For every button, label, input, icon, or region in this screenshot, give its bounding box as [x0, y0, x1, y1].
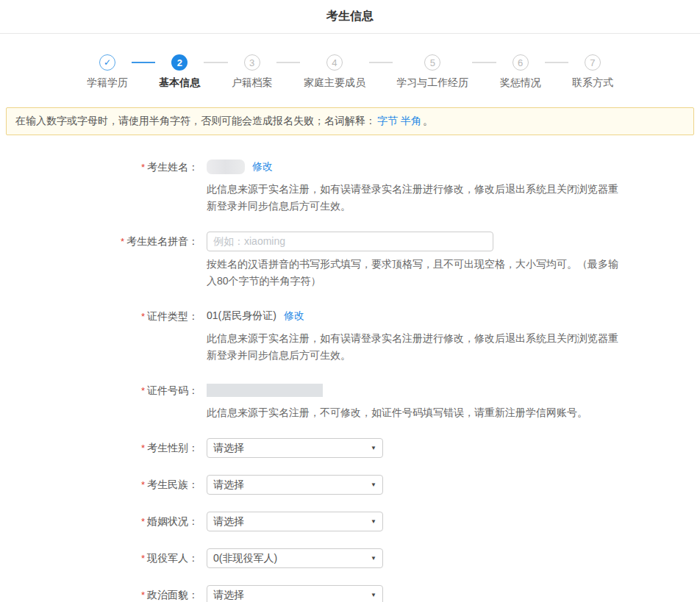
- step-label-huji-dangan: 户籍档案: [232, 76, 273, 90]
- field-row-political-status: *政治面貌： 请选择 ▼: [0, 585, 700, 602]
- page-title: 考生信息: [326, 9, 374, 24]
- step-number-7: 7: [585, 54, 601, 71]
- name-pinyin-label: *考生姓名拼音：: [0, 232, 199, 290]
- step-lianxi-fangshi[interactable]: 7 联系方式: [572, 54, 613, 90]
- notice-text: 在输入数字或字母时，请使用半角字符，否则可能会造成报名失败；名词解释：: [15, 115, 376, 126]
- check-icon: ✓: [99, 54, 115, 71]
- chevron-down-icon: ▼: [371, 445, 376, 451]
- step-connector: [545, 62, 568, 63]
- military-status-select-value: 0(非现役军人): [213, 552, 277, 565]
- step-connector: [369, 62, 393, 63]
- step-jiating-chengyuan[interactable]: 4 家庭主要成员: [304, 54, 365, 90]
- required-mark: *: [141, 442, 145, 454]
- chevron-down-icon: ▼: [371, 482, 376, 488]
- id-type-modify-link[interactable]: 修改: [284, 309, 304, 323]
- field-row-marital-status: *婚姻状况： 请选择 ▼: [0, 512, 700, 531]
- id-type-help-text: 此信息来源于实名注册，如有误请登录实名注册进行修改，修改后退出系统且关闭浏览器重…: [207, 330, 627, 364]
- step-connector: [276, 62, 300, 63]
- field-row-military-status: *现役军人： 0(非现役军人) ▼: [0, 548, 700, 568]
- field-row-id-number: *证件号码： 此信息来源于实名注册，不可修改，如证件号码填写错误，请重新注册学信…: [0, 381, 700, 421]
- step-label-jiating-chengyuan: 家庭主要成员: [304, 76, 365, 90]
- basic-info-form: *考生姓名： 修改 此信息来源于实名注册，如有误请登录实名注册进行修改，修改后退…: [0, 157, 700, 602]
- page-header: 考生信息: [0, 0, 700, 34]
- field-row-name-pinyin: *考生姓名拼音： 按姓名的汉语拼音的书写形式填写，要求顶格写，且不可出现空格，大…: [0, 232, 700, 290]
- chevron-down-icon: ▼: [371, 592, 376, 598]
- candidate-name-help-text: 此信息来源于实名注册，如有误请登录实名注册进行修改，修改后退出系统且关闭浏览器重…: [207, 181, 627, 215]
- byte-glossary-link[interactable]: 字节: [377, 115, 398, 126]
- id-number-redacted-value: [207, 384, 323, 397]
- gender-select[interactable]: 请选择 ▼: [207, 438, 383, 458]
- step-label-jiben-xinxi: 基本信息: [159, 76, 200, 90]
- candidate-name-redacted-value: [207, 160, 245, 174]
- step-label-xuexi-gongzuo-jingli: 学习与工作经历: [396, 76, 468, 90]
- step-xueji-xueli[interactable]: ✓ 学籍学历: [87, 54, 128, 90]
- step-connector: [472, 62, 496, 63]
- candidate-name-label: *考生姓名：: [0, 157, 199, 215]
- halfwidth-notice-bar: 在输入数字或字母时，请使用半角字符，否则可能会造成报名失败；名词解释：字节半角。: [6, 107, 694, 135]
- required-mark: *: [141, 311, 145, 322]
- step-connector: [204, 62, 227, 63]
- step-label-lianxi-fangshi: 联系方式: [572, 76, 613, 90]
- field-row-gender: *考生性别： 请选择 ▼: [0, 438, 700, 458]
- ethnicity-label: *考生民族：: [0, 475, 199, 495]
- field-row-ethnicity: *考生民族： 请选择 ▼: [0, 475, 700, 495]
- required-mark: *: [141, 590, 145, 601]
- step-number-2: 2: [171, 54, 188, 71]
- step-label-jiangcheng-qingkuang: 奖惩情况: [500, 76, 541, 90]
- field-row-candidate-name: *考生姓名： 修改 此信息来源于实名注册，如有误请登录实名注册进行修改，修改后退…: [0, 157, 700, 215]
- id-number-label: *证件号码：: [0, 381, 199, 421]
- id-number-help-text: 此信息来源于实名注册，不可修改，如证件号码填写错误，请重新注册学信网账号。: [207, 404, 627, 421]
- step-connector: [132, 62, 155, 63]
- chevron-down-icon: ▼: [371, 556, 376, 562]
- marital-status-select-value: 请选择: [213, 515, 244, 528]
- required-mark: *: [141, 516, 145, 527]
- step-number-3: 3: [244, 54, 260, 71]
- required-mark: *: [141, 553, 145, 564]
- candidate-info-page: 考生信息 ✓ 学籍学历 2 基本信息 3 户籍档案 4 家庭主要成员 5 学习与…: [0, 0, 700, 602]
- step-label-xueji-xueli: 学籍学历: [87, 76, 128, 90]
- military-status-select[interactable]: 0(非现役军人) ▼: [207, 548, 383, 568]
- required-mark: *: [141, 385, 145, 396]
- name-pinyin-input[interactable]: [207, 232, 493, 251]
- marital-status-select[interactable]: 请选择 ▼: [207, 512, 383, 531]
- ethnicity-select-value: 请选择: [213, 479, 244, 492]
- stepper: ✓ 学籍学历 2 基本信息 3 户籍档案 4 家庭主要成员 5 学习与工作经历 …: [87, 54, 613, 90]
- ethnicity-select[interactable]: 请选择 ▼: [207, 475, 383, 495]
- chevron-down-icon: ▼: [371, 519, 376, 525]
- required-mark: *: [121, 236, 124, 247]
- required-mark: *: [141, 162, 145, 173]
- political-status-select[interactable]: 请选择 ▼: [207, 585, 383, 602]
- step-jiangcheng-qingkuang[interactable]: 6 奖惩情况: [500, 54, 541, 90]
- candidate-name-modify-link[interactable]: 修改: [252, 160, 273, 173]
- political-status-select-value: 请选择: [213, 589, 244, 602]
- name-pinyin-help-text: 按姓名的汉语拼音的书写形式填写，要求顶格写，且不可出现空格，大小写均可。（最多输…: [207, 256, 627, 290]
- gender-select-value: 请选择: [213, 442, 244, 455]
- step-huji-dangan[interactable]: 3 户籍档案: [232, 54, 273, 90]
- step-number-4: 4: [326, 54, 343, 71]
- marital-status-label: *婚姻状况：: [0, 512, 199, 531]
- id-type-label: *证件类型：: [0, 307, 199, 364]
- step-number-6: 6: [512, 54, 529, 71]
- political-status-label: *政治面貌：: [0, 585, 199, 602]
- field-row-id-type: *证件类型： 01(居民身份证) 修改 此信息来源于实名注册，如有误请登录实名注…: [0, 307, 700, 364]
- gender-label: *考生性别：: [0, 438, 199, 458]
- step-xuexi-gongzuo-jingli[interactable]: 5 学习与工作经历: [396, 54, 468, 90]
- halfwidth-glossary-link[interactable]: 半角: [401, 115, 421, 126]
- military-status-label: *现役军人：: [0, 548, 199, 568]
- id-type-value: 01(居民身份证): [207, 309, 276, 323]
- step-number-5: 5: [424, 54, 440, 71]
- notice-period: 。: [423, 115, 433, 126]
- required-mark: *: [141, 479, 145, 490]
- step-jiben-xinxi[interactable]: 2 基本信息: [159, 54, 200, 90]
